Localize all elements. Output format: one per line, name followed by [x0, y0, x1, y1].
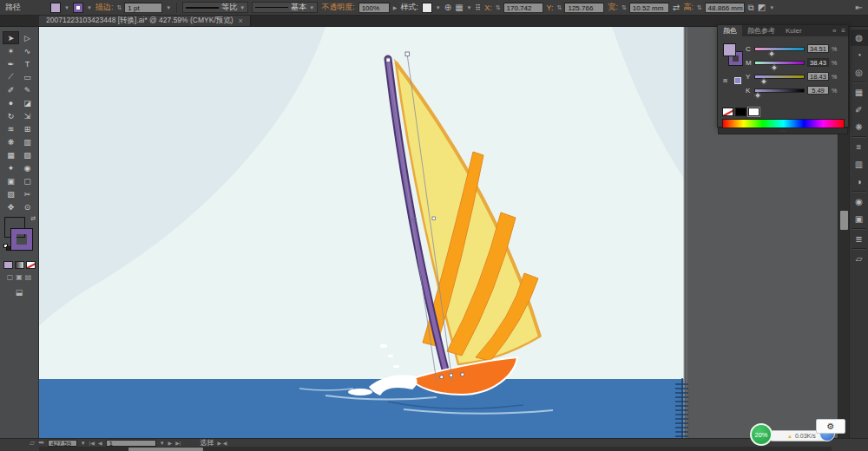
color-panel-icon[interactable]: ◍: [851, 29, 868, 46]
magic-wand-tool[interactable]: ✶: [3, 44, 19, 57]
default-fill-stroke-button[interactable]: [3, 244, 11, 252]
anchor-point-handle[interactable]: [386, 58, 391, 62]
eraser-tool[interactable]: ◪: [19, 96, 36, 109]
fill-color-swatch[interactable]: [50, 3, 61, 13]
opacity-label[interactable]: 不透明度:: [321, 2, 355, 13]
style-swatch[interactable]: [422, 3, 432, 13]
constrain-proportions-icon[interactable]: ⇄: [673, 3, 680, 12]
pen-tool[interactable]: ✒: [3, 57, 19, 70]
direct-selection-tool[interactable]: ▷: [19, 31, 36, 44]
document-tab[interactable]: 20071223103423448 [转换].ai* @ 427.59% (CM…: [39, 16, 251, 26]
sea-shape[interactable]: [39, 379, 684, 438]
chevron-down-icon[interactable]: ▼: [467, 5, 472, 10]
rotate-tool[interactable]: ↻: [3, 109, 19, 122]
channel-value-field[interactable]: 5.49: [807, 86, 829, 95]
transparency-panel-icon[interactable]: ◑: [851, 173, 868, 190]
stroke-panel-icon[interactable]: ≡: [851, 139, 868, 155]
horizontal-scrollbar-thumb[interactable]: [128, 448, 203, 451]
anchor-point-handle[interactable]: [432, 217, 436, 220]
channel-value-field[interactable]: 38.43: [807, 58, 829, 67]
draw-inside-icon[interactable]: ▤: [25, 273, 32, 281]
rectangle-tool[interactable]: ▭: [19, 70, 36, 83]
tab-color[interactable]: 颜色: [718, 25, 742, 36]
width-field[interactable]: 10.52 mm: [629, 3, 669, 13]
black-swatch[interactable]: [735, 108, 746, 116]
color-mode-button[interactable]: [3, 261, 13, 269]
none-swatch[interactable]: [722, 108, 733, 116]
last-artboard-button[interactable]: ▶|: [175, 440, 181, 446]
white-swatch[interactable]: [748, 108, 760, 116]
stroke-weight-label[interactable]: 描边:: [95, 2, 114, 13]
graphic-styles-panel-icon[interactable]: ▣: [851, 211, 868, 227]
anchor-point-handle[interactable]: [405, 52, 410, 56]
channel-value-field[interactable]: 18.43: [807, 72, 829, 81]
zoom-tool[interactable]: ⊙: [19, 200, 36, 213]
layers-panel-icon[interactable]: ≣: [851, 231, 868, 247]
prev-artboard-button[interactable]: ◀: [98, 440, 102, 446]
blend-tool[interactable]: ◉: [19, 161, 36, 174]
brush-definition-select[interactable]: 基本▼: [252, 2, 318, 13]
mesh-tool[interactable]: ▦: [3, 148, 19, 161]
y-field[interactable]: 125.766: [564, 3, 604, 13]
popup-caret-icon[interactable]: ▾: [838, 435, 842, 441]
horizontal-scrollbar[interactable]: [39, 447, 832, 451]
live-paint-selection-tool[interactable]: ▢: [19, 174, 36, 187]
artboard-dropdown-icon[interactable]: ▼: [160, 441, 165, 446]
opacity-field[interactable]: 100%: [358, 3, 390, 13]
none-mode-button[interactable]: [26, 261, 36, 269]
channel-slider[interactable]: [754, 75, 805, 79]
artboards-panel-icon[interactable]: ▱: [851, 251, 868, 267]
tool-popup-button[interactable]: ⚙: [816, 419, 845, 434]
anchor-point-handle[interactable]: [440, 376, 444, 379]
stroke-color-swatch[interactable]: [73, 3, 83, 13]
symbol-sprayer-tool[interactable]: ❋: [3, 135, 19, 148]
eyedropper-tool[interactable]: ✦: [3, 161, 19, 174]
scale-tool[interactable]: ⇲: [19, 109, 36, 122]
type-tool[interactable]: T: [19, 57, 36, 70]
chevron-down-icon[interactable]: ▼: [87, 5, 92, 10]
tab-overflow-icon[interactable]: »: [830, 25, 838, 36]
slider-thumb[interactable]: [754, 91, 761, 98]
panel-resize-grip[interactable]: ⋯: [718, 127, 848, 134]
chevron-down-icon[interactable]: ▼: [166, 5, 171, 10]
anchor-point-handle[interactable]: [461, 373, 464, 376]
color-guide-panel-icon[interactable]: ◔: [851, 47, 868, 63]
lasso-tool[interactable]: ∿: [19, 44, 36, 57]
chevron-down-icon[interactable]: ▼: [64, 5, 69, 10]
x-stepper[interactable]: ⇅: [496, 4, 500, 11]
line-segment-tool[interactable]: ⟋: [3, 70, 19, 83]
kuler-panel-icon[interactable]: ◎: [851, 64, 868, 81]
variable-width-profile-select[interactable]: 等比▼: [182, 2, 248, 13]
screen-mode-icon[interactable]: ⬓: [16, 288, 23, 297]
align-icon[interactable]: ▦: [455, 3, 463, 12]
panel-menu-icon[interactable]: ≡: [838, 25, 848, 36]
next-artboard-button[interactable]: ▶: [168, 440, 173, 446]
status-nav-icons[interactable]: ▶ ◀: [217, 440, 227, 446]
zoom-dropdown-icon[interactable]: ▼: [81, 441, 86, 446]
vertical-scrollbar-thumb[interactable]: [840, 211, 848, 230]
hand-tool[interactable]: ✥: [3, 200, 19, 213]
tab-color-guide[interactable]: 颜色参考: [742, 25, 780, 36]
y-stepper[interactable]: ⇅: [557, 4, 562, 11]
popout-arrow-icon[interactable]: ▶: [393, 4, 398, 10]
draw-normal-icon[interactable]: ▢: [7, 273, 14, 281]
isolate-icon[interactable]: ◩: [758, 3, 766, 12]
status-icon-export[interactable]: ➥: [38, 439, 44, 447]
symbols-panel-icon[interactable]: ❋: [851, 119, 868, 135]
channel-value-field[interactable]: 34.51: [807, 44, 829, 53]
web-color-swatch[interactable]: [734, 77, 741, 84]
zoom-level-field[interactable]: 427.59: [48, 440, 77, 447]
live-paint-bucket-tool[interactable]: ▣: [3, 174, 19, 187]
tab-kuler[interactable]: Kuler: [780, 25, 807, 36]
channel-slider[interactable]: [754, 61, 805, 65]
selection-tool[interactable]: ➤: [3, 31, 19, 44]
height-stepper[interactable]: ⇅: [697, 4, 701, 11]
download-progress-badge[interactable]: 20%: [750, 423, 773, 446]
channel-slider[interactable]: [754, 47, 805, 51]
paintbrush-tool[interactable]: ✐: [3, 83, 19, 96]
slice-tool[interactable]: ✂: [19, 187, 36, 200]
stroke-stepper[interactable]: ⇅: [116, 4, 121, 11]
gradient-panel-icon[interactable]: ▥: [851, 156, 868, 173]
swap-fill-stroke-icon[interactable]: ⇄: [30, 215, 36, 222]
panel-fill-swatch[interactable]: [723, 43, 736, 56]
